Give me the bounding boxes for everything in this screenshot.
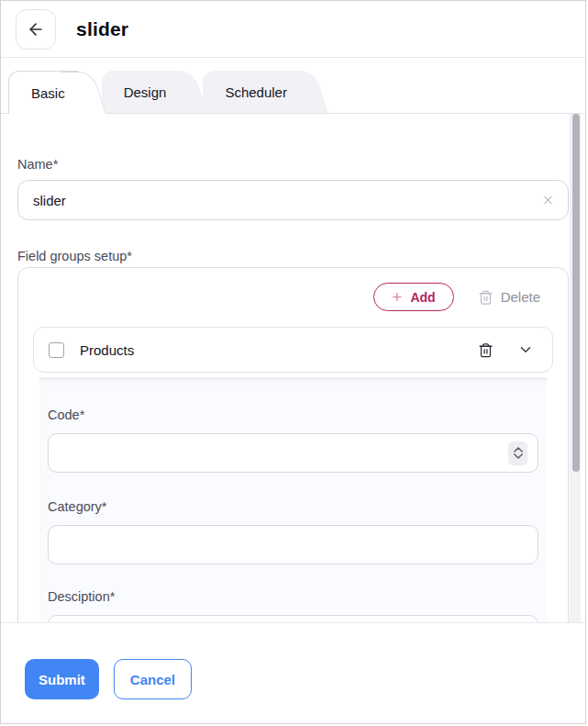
tab-basic-label: Basic [31, 85, 65, 101]
tab-scheduler-label: Scheduler [225, 84, 287, 100]
delete-group-button[interactable]: Delete [478, 289, 540, 306]
name-input[interactable] [33, 193, 531, 208]
back-button[interactable] [16, 9, 56, 50]
desciption-field-label: Desciption* [48, 589, 538, 604]
name-input-wrapper [17, 180, 569, 220]
category-input-wrapper [48, 525, 538, 564]
plus-icon: + [392, 288, 402, 306]
field-groups-label: Field groups setup* [17, 249, 569, 263]
scrollbar-thumb[interactable] [572, 114, 580, 472]
name-field-label: Name* [17, 157, 569, 172]
page-title: slider [76, 18, 128, 40]
field-groups-container: + Add Delete Products [17, 267, 569, 622]
group-collapse-button[interactable] [517, 341, 534, 358]
number-stepper[interactable] [508, 441, 527, 465]
group-title: Products [80, 342, 134, 358]
clear-name-button[interactable] [541, 194, 555, 207]
group-toolbar: + Add Delete [33, 283, 553, 311]
scrollbar-track[interactable] [570, 114, 581, 622]
submit-button[interactable]: Submit [25, 659, 99, 699]
chevron-down-icon [517, 341, 534, 358]
code-input-wrapper [48, 433, 538, 473]
tab-basic[interactable]: Basic [8, 71, 78, 114]
group-trash-button[interactable] [478, 341, 494, 359]
code-field-label: Code* [48, 408, 538, 422]
group-accordion-body: Code* Category* Desc [39, 377, 547, 622]
chevron-up-icon [514, 447, 523, 452]
page-header: slider [1, 1, 585, 58]
tab-bar: Basic Design Scheduler [1, 58, 585, 113]
category-input[interactable] [61, 537, 505, 553]
x-mark-icon [541, 194, 555, 207]
app-window: slider Basic Design Scheduler Name* Fiel… [0, 0, 586, 724]
trash-icon [478, 341, 494, 359]
delete-button-label: Delete [501, 289, 540, 305]
group-checkbox[interactable] [49, 342, 64, 358]
category-field-label: Category* [48, 499, 538, 514]
form-footer: Submit Cancel [1, 622, 585, 723]
desciption-input-wrapper [48, 615, 538, 622]
add-group-button[interactable]: + Add [373, 283, 453, 311]
trash-icon [478, 289, 494, 306]
arrow-left-icon [27, 20, 45, 39]
add-button-label: Add [410, 290, 435, 305]
code-input[interactable] [61, 445, 505, 461]
group-actions [478, 341, 534, 359]
tab-design-label: Design [124, 84, 167, 100]
group-accordion-header[interactable]: Products [33, 327, 553, 373]
chevron-down-icon [514, 453, 523, 459]
tab-scheduler[interactable]: Scheduler [203, 71, 300, 113]
tab-design[interactable]: Design [102, 71, 180, 113]
form-scroll-area: Name* Field groups setup* + Add [1, 113, 585, 622]
cancel-button[interactable]: Cancel [114, 659, 192, 699]
